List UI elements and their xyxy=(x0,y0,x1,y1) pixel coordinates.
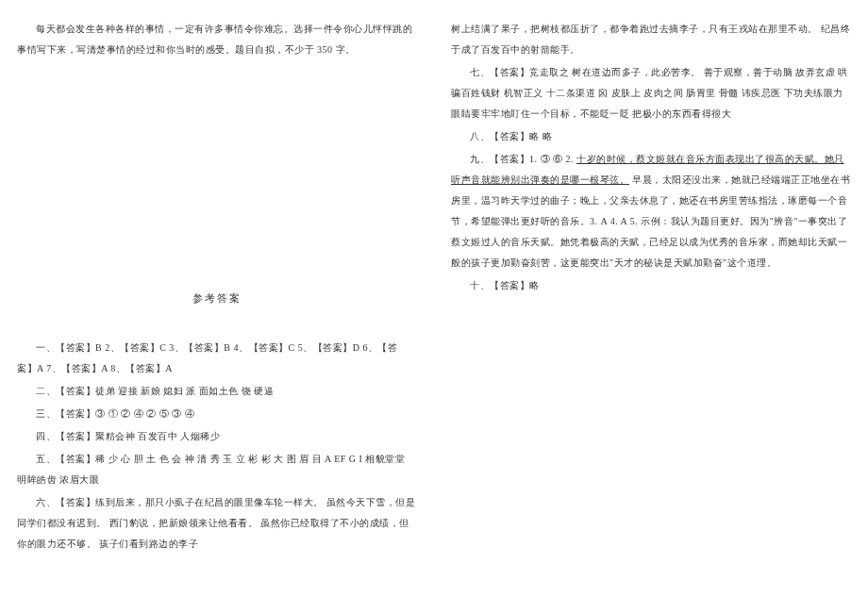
answer-9: 九、【答案】1. ③ ⑥ 2. 十岁的时候，蔡文姬就在音乐方面表现出了很高的天赋… xyxy=(451,149,851,273)
left-column: 每天都会发生各种各样的事情，一定有许多事情令你难忘。选择一件令你心儿怦怦跳的事情… xyxy=(0,0,434,613)
answer-5: 五、【答案】稀 少 心 胆 土 色 会 神 清 秀 玉 立 彬 彬 大 图 眉 … xyxy=(17,449,417,490)
answer-8: 八、【答案】略 略 xyxy=(451,126,851,147)
answer-6-cont: 树上结满了果子，把树枝都压折了，都争着跑过去摘李子，只有王戎站在那里不动。 纪昌… xyxy=(451,19,851,60)
answer-3: 三、【答案】③ ① ② ④ ② ⑤ ③ ④ xyxy=(17,404,417,424)
answer-10: 十、【答案】略 xyxy=(451,275,851,296)
answer-9-post: 早晨，太阳还没出来，她就已经端端正正地坐在书房里，温习昨天学过的曲子；晚上，父亲… xyxy=(451,174,850,268)
answer-6: 六、【答案】练到后来，那只小虱子在纪昌的眼里像车轮一样大。 虽然今天下雪，但是同… xyxy=(17,492,417,555)
answer-9-pre: 九、【答案】1. ③ ⑥ 2. xyxy=(470,154,576,164)
answer-4: 四、【答案】聚精会神 百发百中 人烟稀少 xyxy=(17,426,417,447)
right-column: 树上结满了果子，把树枝都压折了，都争着跑过去摘李子，只有王戎站在那里不动。 纪昌… xyxy=(434,0,868,613)
section-title: 参考答案 xyxy=(17,287,417,309)
intro-paragraph: 每天都会发生各种各样的事情，一定有许多事情令你难忘。选择一件令你心儿怦怦跳的事情… xyxy=(17,19,417,60)
answer-2: 二、【答案】徒弟 迎接 新娘 媳妇 派 面如土色 饶 硬逼 xyxy=(17,381,417,402)
answer-7: 七、【答案】竞走取之 树在道边而多子，此必苦李。 善于观察，善于动脑 故弄玄虚 … xyxy=(451,62,851,124)
answer-1: 一、【答案】B 2、【答案】C 3、【答案】B 4、【答案】C 5、【答案】D … xyxy=(17,338,417,379)
